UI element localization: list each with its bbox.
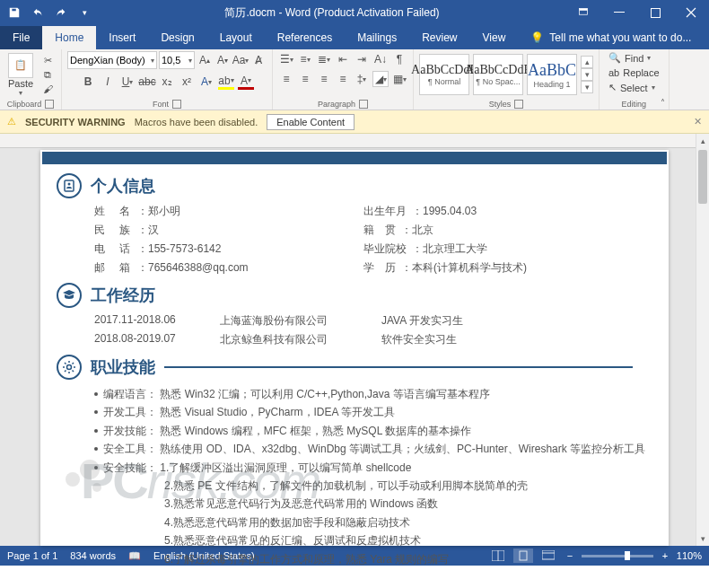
outdent-icon[interactable]: ⇤ <box>335 51 351 67</box>
horizontal-ruler[interactable] <box>0 134 696 148</box>
style-up-icon[interactable]: ▴ <box>581 56 593 68</box>
line-spacing-icon[interactable]: ‡▾ <box>354 71 370 87</box>
select-button[interactable]: ↖Select▾ <box>605 81 659 94</box>
grow-font-icon[interactable]: A▴ <box>197 52 213 68</box>
style-heading1[interactable]: AaBbCHeading 1 <box>527 54 577 95</box>
align-right-icon[interactable]: ≡ <box>316 71 332 87</box>
indent-icon[interactable]: ⇥ <box>354 51 370 67</box>
numbering-icon[interactable]: ≡▾ <box>297 51 313 67</box>
clear-format-icon[interactable]: A̷ <box>250 52 267 68</box>
bullets-icon[interactable]: ☰▾ <box>278 51 294 67</box>
save-icon[interactable] <box>4 2 25 23</box>
paragraph-dialog-icon[interactable] <box>359 100 368 109</box>
enable-content-button[interactable]: Enable Content <box>267 114 354 130</box>
style-down-icon[interactable]: ▾ <box>581 68 593 81</box>
highlight-icon[interactable]: ab▾ <box>218 74 234 90</box>
shading-icon[interactable]: ◢▾ <box>372 71 389 87</box>
scroll-up-icon[interactable]: ▴ <box>696 134 709 148</box>
tell-me[interactable]: 💡 Tell me what you want to do... <box>518 26 704 49</box>
maximize-icon[interactable] <box>637 0 673 25</box>
zoom-slider[interactable] <box>582 555 653 557</box>
underline-icon[interactable]: U▾ <box>119 74 136 90</box>
tab-layout[interactable]: Layout <box>207 26 265 49</box>
zoom-level[interactable]: 110% <box>677 550 702 561</box>
justify-icon[interactable]: ≡ <box>335 71 351 87</box>
warning-title: SECURITY WARNING <box>25 117 126 127</box>
show-marks-icon[interactable]: ¶ <box>391 51 407 67</box>
section-skills: 职业技能 <box>57 355 669 380</box>
tab-home[interactable]: Home <box>42 26 96 49</box>
security-warning-bar: ⚠ SECURITY WARNING Macros have been disa… <box>0 110 709 134</box>
document-page[interactable]: 个人信息 姓 名：郑小明 出生年月：1995.04.03 民 族：汉 籍 贯：北… <box>40 150 669 546</box>
multilevel-icon[interactable]: ≣▾ <box>316 51 332 67</box>
bold-icon[interactable]: B <box>80 74 96 90</box>
scroll-thumb[interactable] <box>698 150 707 204</box>
change-case-icon[interactable]: Aa▾ <box>232 52 249 68</box>
superscript-icon[interactable]: x² <box>179 74 195 90</box>
tab-mailings[interactable]: Mailings <box>345 26 409 49</box>
page-indicator[interactable]: Page 1 of 1 <box>7 550 57 561</box>
font-name-value: DengXian (Body) <box>70 55 145 66</box>
tab-view[interactable]: View <box>470 26 519 49</box>
paragraph-label: Paragraph <box>318 100 355 109</box>
group-paragraph: ☰▾ ≡▾ ≣▾ ⇤ ⇥ A↓ ¶ ≡ ≡ ≡ ≡ ‡▾ ◢▾ ▦▾ Parag… <box>273 49 414 110</box>
tab-design[interactable]: Design <box>148 26 206 49</box>
font-size-select[interactable]: 10,5▾ <box>159 51 195 69</box>
borders-icon[interactable]: ▦▾ <box>391 71 407 87</box>
redo-icon[interactable] <box>50 2 72 23</box>
web-layout-icon[interactable] <box>538 549 558 563</box>
text-effect-icon[interactable]: A▾ <box>198 74 214 90</box>
strike-icon[interactable]: abc <box>139 74 155 90</box>
ribbon-options-icon[interactable] <box>565 0 601 25</box>
qat-dropdown-icon[interactable]: ▾ <box>74 2 95 23</box>
svg-rect-10 <box>542 550 555 559</box>
warning-text: Macros have been disabled. <box>135 117 258 127</box>
paste-button[interactable]: 📋 Paste ▾ <box>5 53 36 97</box>
section-personal: 个人信息 <box>57 173 669 198</box>
cut-icon[interactable]: ✂ <box>39 54 56 66</box>
italic-icon[interactable]: I <box>100 74 116 90</box>
read-mode-icon[interactable] <box>488 549 508 563</box>
doc-header-bar <box>42 152 667 164</box>
title-bar: ▾ 简历.docm - Word (Product Activation Fai… <box>0 0 709 25</box>
close-warning-icon[interactable]: ✕ <box>694 116 702 127</box>
sign-in-button[interactable]: Sign in <box>704 13 709 49</box>
font-name-select[interactable]: DengXian (Body)▾ <box>67 51 157 69</box>
align-center-icon[interactable]: ≡ <box>297 71 313 87</box>
undo-icon[interactable] <box>27 2 48 23</box>
tab-insert[interactable]: Insert <box>96 26 148 49</box>
copy-icon[interactable]: ⧉ <box>39 68 56 81</box>
document-area: ▴ ▾ 个人信息 姓 名：郑小明 出生年月：1995.04.03 民 族：汉 籍… <box>0 134 709 546</box>
svg-rect-3 <box>651 8 660 17</box>
minimize-icon[interactable] <box>601 0 637 25</box>
vertical-scrollbar[interactable]: ▴ ▾ <box>696 134 709 546</box>
svg-rect-4 <box>65 180 74 191</box>
print-layout-icon[interactable] <box>513 549 533 563</box>
clipboard-dialog-icon[interactable] <box>45 100 54 109</box>
find-button[interactable]: 🔍Find▾ <box>605 51 654 65</box>
sort-icon[interactable]: A↓ <box>372 51 389 67</box>
font-dialog-icon[interactable] <box>172 100 181 109</box>
zoom-thumb[interactable] <box>625 551 630 560</box>
style-nospacing[interactable]: AaBbCcDdE¶ No Spac... <box>473 54 523 95</box>
tab-references[interactable]: References <box>265 26 345 49</box>
tab-file[interactable]: File <box>0 26 42 49</box>
graduation-icon <box>57 283 82 308</box>
subscript-icon[interactable]: x₂ <box>159 74 175 90</box>
personal-title: 个人信息 <box>91 175 155 197</box>
shrink-font-icon[interactable]: A▾ <box>214 52 231 68</box>
svg-rect-9 <box>520 551 527 560</box>
align-left-icon[interactable]: ≡ <box>278 71 294 87</box>
gear-icon <box>57 355 82 380</box>
scroll-down-icon[interactable]: ▾ <box>696 531 709 546</box>
format-painter-icon[interactable]: 🖌 <box>39 83 56 95</box>
collapse-ribbon-icon[interactable]: ˄ <box>661 98 665 108</box>
group-clipboard: 📋 Paste ▾ ✂ ⧉ 🖌 Clipboard <box>0 49 62 110</box>
style-more-icon[interactable]: ▾ <box>581 81 593 93</box>
font-color-icon[interactable]: A▾ <box>238 74 254 90</box>
tab-review[interactable]: Review <box>409 26 469 49</box>
styles-dialog-icon[interactable] <box>514 100 523 109</box>
style-normal[interactable]: AaBbCcDdE¶ Normal <box>419 54 469 95</box>
replace-button[interactable]: abReplace <box>605 66 663 79</box>
paste-label: Paste <box>8 78 33 89</box>
